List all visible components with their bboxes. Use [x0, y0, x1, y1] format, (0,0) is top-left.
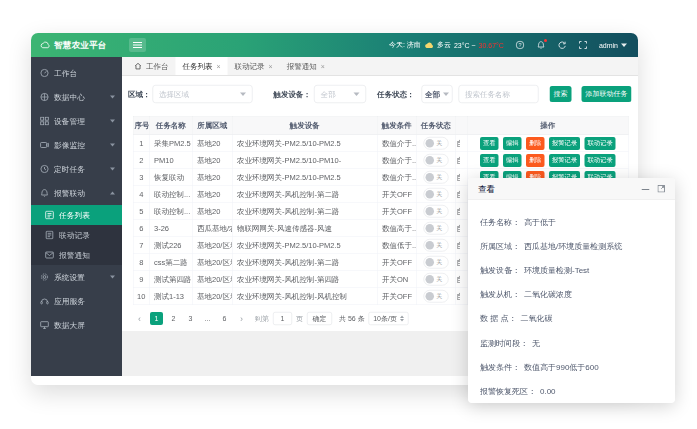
- page-number-button[interactable]: 3: [184, 312, 197, 325]
- cell-task-name: 恢复联动: [149, 169, 192, 186]
- region-select[interactable]: 选择区域: [153, 85, 253, 103]
- weather-cloud-icon: [424, 40, 434, 50]
- sidebar-subitem[interactable]: 报警通知: [31, 245, 122, 265]
- action-button[interactable]: 查看: [480, 154, 499, 167]
- add-linkage-task-button[interactable]: 添加联动任务: [582, 86, 632, 102]
- action-button[interactable]: 联动记录: [585, 154, 616, 167]
- chevron-down-icon: [443, 92, 449, 96]
- cell-device: 农业环境网关-风机控制-风机控制: [232, 288, 377, 305]
- delete-button[interactable]: 删除: [526, 137, 545, 150]
- close-icon[interactable]: ×: [321, 62, 325, 70]
- record-icon: [45, 231, 54, 240]
- close-icon[interactable]: ×: [217, 62, 221, 70]
- status-toggle[interactable]: 关: [423, 290, 448, 303]
- status-toggle[interactable]: 关: [423, 205, 448, 218]
- close-icon[interactable]: ×: [269, 62, 273, 70]
- status-toggle[interactable]: 关: [423, 154, 448, 167]
- cell-index: 1: [133, 135, 149, 152]
- page-number-button[interactable]: 2: [167, 312, 180, 325]
- device-label: 触发设备：: [274, 89, 312, 99]
- sidebar-item[interactable]: 影像监控: [31, 133, 122, 157]
- next-page-button[interactable]: ›: [235, 312, 248, 325]
- tab-label: 联动记录: [235, 61, 265, 71]
- field-value: 环境质量检测-Test: [524, 265, 589, 276]
- prev-page-button[interactable]: ‹: [133, 312, 146, 325]
- sidebar-submenu: 任务列表联动记录报警通知: [31, 205, 122, 265]
- status-toggle[interactable]: 关: [423, 188, 448, 201]
- action-button[interactable]: 联动记录: [585, 137, 616, 150]
- status-select[interactable]: 全部: [422, 85, 453, 103]
- tab-item[interactable]: 报警通知×: [280, 57, 332, 75]
- action-button[interactable]: 查看: [480, 137, 499, 150]
- confirm-button[interactable]: 确定: [307, 312, 332, 325]
- cell-device: 农业环境网关-风机控制-第二路: [232, 254, 377, 271]
- cell-condition: 数值低于...: [377, 237, 416, 254]
- tab-item[interactable]: 工作台: [127, 57, 176, 75]
- tab-item[interactable]: 联动记录×: [228, 57, 280, 75]
- action-button[interactable]: 编辑: [503, 137, 522, 150]
- sidebar-subitem[interactable]: 任务列表: [31, 205, 122, 225]
- cell-condition: 开关OFF: [377, 203, 416, 220]
- sidebar-item-label: 应用服务: [54, 296, 85, 307]
- status-toggle[interactable]: 关: [423, 239, 448, 252]
- tab-active[interactable]: 任务列表×: [176, 57, 228, 75]
- cell-region: 基地20: [192, 169, 232, 186]
- refresh-icon[interactable]: [557, 40, 567, 50]
- cell-index: 3: [133, 169, 149, 186]
- sidebar-item[interactable]: 设备管理: [31, 109, 122, 133]
- cell-condition: 数值介于...: [377, 169, 416, 186]
- tab-label: 任务列表: [183, 61, 213, 71]
- cell-clipped: 自动: [455, 169, 467, 186]
- page-size-select[interactable]: 10条/页: [369, 312, 409, 325]
- sidebar-item[interactable]: 数据中心: [31, 85, 122, 109]
- fullscreen-icon[interactable]: [578, 40, 588, 50]
- help-icon[interactable]: ?: [515, 40, 525, 50]
- sidebar-subitem[interactable]: 联动记录: [31, 225, 122, 245]
- column-header: 触发设备: [232, 116, 377, 135]
- status-toggle[interactable]: 关: [423, 222, 448, 235]
- status-toggle[interactable]: 关: [423, 171, 448, 184]
- sidebar-item[interactable]: 数据大屏: [31, 313, 122, 337]
- cell-status: 关: [416, 186, 455, 203]
- action-button[interactable]: 报警记录: [549, 154, 580, 167]
- status-toggle[interactable]: 关: [423, 273, 448, 286]
- search-button[interactable]: 搜索: [550, 86, 572, 102]
- menu-toggle-button[interactable]: [129, 38, 146, 52]
- sidebar-item[interactable]: 报警联动: [31, 181, 122, 205]
- user-menu[interactable]: admin: [599, 41, 627, 49]
- dialog-field: 触发从机：二氧化碳浓度: [480, 283, 663, 307]
- delete-button[interactable]: 删除: [526, 154, 545, 167]
- sidebar-item[interactable]: 应用服务: [31, 289, 122, 313]
- action-button[interactable]: 报警记录: [549, 137, 580, 150]
- cell-region: 基地20: [192, 135, 232, 152]
- status-toggle[interactable]: 关: [423, 256, 448, 269]
- cell-clipped: 自动: [455, 271, 467, 288]
- cell-condition: 数值介于...: [377, 135, 416, 152]
- field-label: 所属区域：: [480, 241, 520, 252]
- cell-status: 关: [416, 169, 455, 186]
- action-button[interactable]: 编辑: [503, 154, 522, 167]
- cell-condition: 开关ON: [377, 271, 416, 288]
- field-label: 触发条件：: [480, 362, 520, 373]
- sidebar-item[interactable]: 工作台: [31, 61, 122, 85]
- dialog-body: 任务名称：高于低于所属区域：西瓜基地/环境质量检测系统触发设备：环境质量检测-T…: [468, 200, 675, 403]
- search-placeholder: 搜索任务名称: [465, 89, 510, 99]
- device-select[interactable]: 全部: [314, 85, 366, 103]
- page-number-button[interactable]: 1: [150, 312, 163, 325]
- notification-bell-icon[interactable]: [536, 40, 546, 50]
- chevron-up-icon: [110, 192, 115, 195]
- sidebar: 工作台数据中心设备管理影像监控定时任务报警联动任务列表联动记录报警通知系统设置应…: [31, 57, 122, 376]
- cell-region: 基地20/区域20: [192, 254, 232, 271]
- cell-task-name: 测试第四路: [149, 271, 192, 288]
- status-toggle[interactable]: 关: [423, 137, 448, 150]
- page-number-button[interactable]: 6: [218, 312, 231, 325]
- minimize-icon[interactable]: [642, 185, 650, 193]
- status-label: 任务状态：: [377, 89, 415, 99]
- search-input[interactable]: 搜索任务名称: [459, 85, 539, 103]
- expand-icon[interactable]: [658, 185, 666, 193]
- cell-task-name: PM10: [149, 152, 192, 169]
- sidebar-item[interactable]: 定时任务: [31, 157, 122, 181]
- sidebar-item[interactable]: 系统设置: [31, 265, 122, 289]
- cell-index: 5: [133, 203, 149, 220]
- jump-page-input[interactable]: 1: [273, 312, 292, 325]
